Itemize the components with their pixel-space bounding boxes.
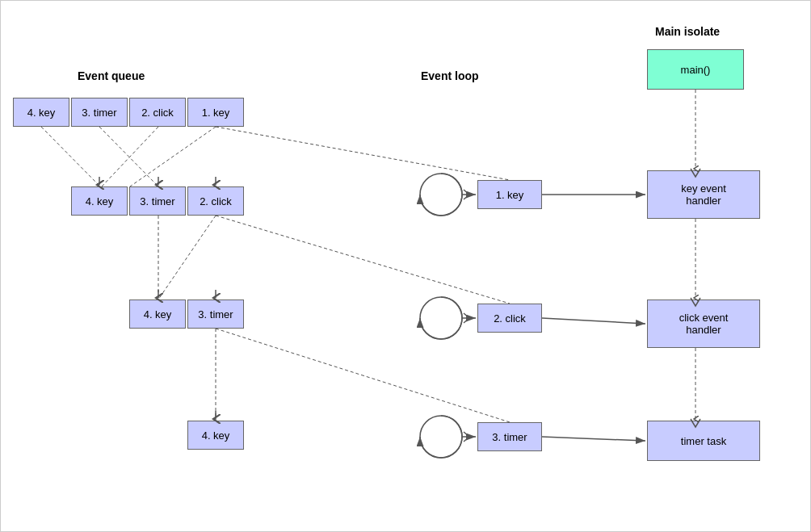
q3-timer3: 3. timer [187,300,244,329]
event-queue-title: Event queue [78,69,145,82]
diagram: Event queue Event loop Main isolate main… [0,0,811,532]
event-click2: 2. click [477,304,542,333]
q2-key4: 4. key [71,186,128,216]
svg-line-3 [102,127,158,186]
event-timer3: 3. timer [477,422,542,451]
q1-click2: 2. click [129,98,186,127]
q2-timer3: 3. timer [129,186,186,216]
svg-point-12 [420,297,462,339]
svg-line-17 [542,318,645,324]
event-loop-title: Event loop [421,69,479,82]
svg-line-19 [542,437,645,441]
q3-key4: 4. key [129,300,186,329]
event-key1: 1. key [477,180,542,209]
main-box: main() [647,49,744,90]
svg-point-11 [420,174,462,216]
q1-timer3: 3. timer [71,98,128,127]
svg-line-5 [41,127,100,186]
svg-line-2 [130,127,216,186]
main-isolate-title: Main isolate [655,25,720,38]
svg-line-4 [99,127,158,186]
svg-line-1 [216,127,510,180]
click-handler-label: click eventhandler [647,300,760,348]
q1-key4: 4. key [13,98,69,127]
svg-line-6 [216,216,510,304]
timer-task-box: timer task [647,421,760,461]
q2-click2: 2. click [187,186,244,216]
svg-line-7 [158,216,216,300]
svg-line-9 [216,329,510,422]
svg-point-13 [420,416,462,458]
q4-key4: 4. key [187,421,244,450]
q1-key1: 1. key [187,98,244,127]
key-handler-label: key eventhandler [647,170,760,219]
